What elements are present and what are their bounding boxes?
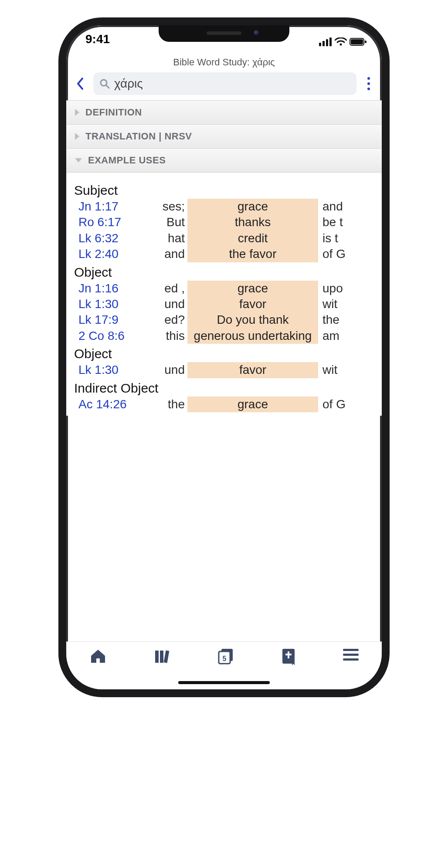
menu-icon xyxy=(343,648,359,661)
bible-icon xyxy=(282,648,296,665)
svg-rect-0 xyxy=(319,43,321,46)
section-definition[interactable]: DEFINITION xyxy=(66,101,382,125)
translation-highlight: grace xyxy=(187,199,318,214)
speaker-slot xyxy=(207,31,241,35)
tab-menu[interactable] xyxy=(343,648,359,663)
example-row: Lk 17:9ed?Do you thankthe xyxy=(69,312,379,328)
svg-rect-14 xyxy=(160,651,163,663)
svg-rect-21 xyxy=(343,649,359,651)
svg-point-10 xyxy=(367,77,370,80)
example-row: 2 Co 8:6thisgenerous undertakingam xyxy=(69,328,379,344)
context-after: am xyxy=(318,328,374,344)
cellular-icon xyxy=(319,37,332,46)
context-before: und xyxy=(148,296,187,312)
example-row: Jn 1:17ses;graceand xyxy=(69,199,379,214)
verse-reference[interactable]: 2 Co 8:6 xyxy=(74,328,148,344)
section-example-uses[interactable]: EXAMPLE USES xyxy=(66,149,382,173)
verse-reference[interactable]: Lk 2:40 xyxy=(74,246,148,262)
verse-reference[interactable]: Lk 17:9 xyxy=(74,312,148,328)
tabs-icon: 5 xyxy=(217,648,235,665)
example-row: Lk 2:40andthe favorof G xyxy=(69,246,379,262)
battery-icon xyxy=(350,37,367,46)
translation-highlight: thanks xyxy=(187,214,318,230)
back-button[interactable] xyxy=(71,74,90,93)
example-row: Lk 1:30undfavorwit xyxy=(69,362,379,378)
translation-highlight: Do you thank xyxy=(187,312,318,328)
example-group-title: Object xyxy=(69,344,379,362)
section-label: EXAMPLE USES xyxy=(88,155,166,166)
example-row: Ac 14:26thegraceof G xyxy=(69,397,379,412)
context-after: is t xyxy=(318,231,374,246)
screen: Bible Word Study: χάρις xyxy=(66,53,382,689)
context-after: the xyxy=(318,312,374,328)
svg-rect-23 xyxy=(343,658,359,661)
context-after: of G xyxy=(318,246,374,262)
example-row: Jn 1:16ed ,graceupo xyxy=(69,281,379,296)
svg-rect-2 xyxy=(326,39,328,46)
example-row: Lk 1:30undfavorwit xyxy=(69,296,379,312)
context-before: But xyxy=(148,214,187,230)
translation-highlight: favor xyxy=(187,296,318,312)
translation-highlight: credit xyxy=(187,231,318,246)
chevron-down-icon xyxy=(75,158,82,163)
context-before: this xyxy=(148,328,187,344)
context-before: ed , xyxy=(148,281,187,296)
verse-reference[interactable]: Lk 1:30 xyxy=(74,296,148,312)
status-right xyxy=(319,32,367,51)
context-after: and xyxy=(318,199,374,214)
context-after: wit xyxy=(318,362,374,378)
search-row xyxy=(66,70,382,100)
more-button[interactable] xyxy=(360,74,377,93)
section-translation[interactable]: TRANSLATION | NRSV xyxy=(66,125,382,149)
verse-reference[interactable]: Jn 1:16 xyxy=(74,281,148,296)
verse-reference[interactable]: Ac 14:26 xyxy=(74,397,148,412)
svg-point-12 xyxy=(367,88,370,90)
example-uses-body: SubjectJn 1:17ses;graceandRo 6:17Butthan… xyxy=(66,173,382,416)
section-label: DEFINITION xyxy=(85,107,142,118)
tab-home[interactable] xyxy=(89,648,107,666)
chevron-left-icon xyxy=(75,77,85,91)
context-after: wit xyxy=(318,296,374,312)
tab-library[interactable] xyxy=(153,648,171,666)
example-group-title: Object xyxy=(69,262,379,281)
example-group-title: Indirect Object xyxy=(69,378,379,397)
svg-rect-15 xyxy=(163,651,169,663)
context-before: und xyxy=(148,362,187,378)
context-after: upo xyxy=(318,281,374,296)
context-before: the xyxy=(148,397,187,412)
front-camera xyxy=(254,30,259,35)
chevron-right-icon xyxy=(75,109,79,116)
search-icon xyxy=(99,78,110,89)
svg-line-9 xyxy=(106,85,109,88)
translation-highlight: the favor xyxy=(187,246,318,262)
translation-highlight: grace xyxy=(187,281,318,296)
accordion-sections: DEFINITION TRANSLATION | NRSV EXAMPLE US… xyxy=(66,100,382,416)
search-box[interactable] xyxy=(93,72,356,95)
more-vertical-icon xyxy=(367,77,371,91)
chevron-right-icon xyxy=(75,133,79,140)
svg-rect-1 xyxy=(322,41,325,46)
example-row: Ro 6:17Butthanksbe t xyxy=(69,214,379,230)
verse-reference[interactable]: Jn 1:17 xyxy=(74,199,148,214)
context-after: be t xyxy=(318,214,374,230)
verse-reference[interactable]: Lk 6:32 xyxy=(74,231,148,246)
svg-point-4 xyxy=(340,44,342,46)
phone-frame: 9:41 Bible Word Study: χάρις xyxy=(58,17,390,697)
search-input[interactable] xyxy=(114,77,350,91)
translation-highlight: grace xyxy=(187,397,318,412)
page-title: Bible Word Study: χάρις xyxy=(66,53,382,70)
svg-rect-13 xyxy=(155,651,159,663)
verse-reference[interactable]: Lk 1:30 xyxy=(74,362,148,378)
home-icon xyxy=(89,648,107,665)
context-before: hat xyxy=(148,231,187,246)
svg-rect-22 xyxy=(343,654,359,656)
status-time: 9:41 xyxy=(85,32,110,51)
tab-bible[interactable] xyxy=(282,648,296,667)
context-after: of G xyxy=(318,397,374,412)
translation-highlight: generous undertaking xyxy=(187,328,318,344)
verse-reference[interactable]: Ro 6:17 xyxy=(74,214,148,230)
context-before: and xyxy=(148,246,187,262)
tab-tabs[interactable]: 5 xyxy=(217,648,235,667)
svg-point-11 xyxy=(367,82,370,85)
device-notch xyxy=(159,25,289,42)
